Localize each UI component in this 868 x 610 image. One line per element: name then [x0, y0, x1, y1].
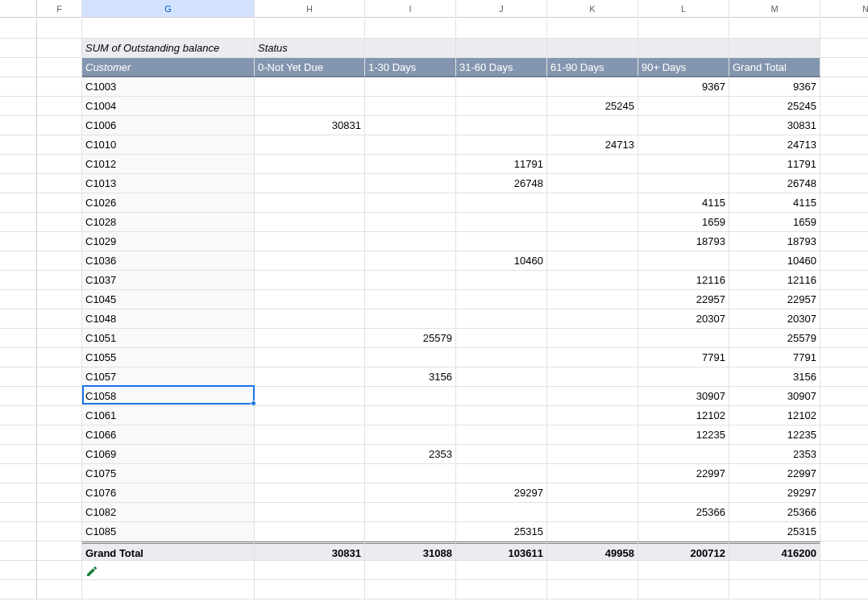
pivot-row-label[interactable]: C1082: [82, 503, 255, 522]
cell-blank[interactable]: [820, 77, 868, 97]
cell-blank[interactable]: [547, 580, 638, 600]
cell-blank[interactable]: [37, 580, 82, 600]
cell-blank[interactable]: [37, 58, 82, 77]
pivot-value-cell[interactable]: 22997: [729, 464, 820, 483]
pivot-col-header[interactable]: 31-60 Days: [456, 58, 547, 77]
pivot-row-label[interactable]: C1037: [82, 271, 255, 290]
cell-blank[interactable]: [820, 445, 868, 464]
pivot-value-cell[interactable]: [255, 367, 365, 387]
pivot-value-cell[interactable]: [547, 271, 638, 290]
pivot-row-label[interactable]: C1085: [82, 522, 255, 542]
pivot-col-header[interactable]: Grand Total: [729, 58, 820, 77]
spreadsheet-grid[interactable]: FGHIJKLMNSUM of Outstanding balanceStatu…: [0, 0, 868, 600]
pivot-value-cell[interactable]: [547, 174, 638, 193]
col-header-F[interactable]: F: [37, 0, 82, 18]
pivot-value-cell[interactable]: [547, 348, 638, 367]
cell-blank[interactable]: [820, 309, 868, 329]
pivot-value-cell[interactable]: [365, 425, 456, 445]
pivot-row-label[interactable]: C1057: [82, 367, 255, 387]
cell-blank[interactable]: [37, 367, 82, 387]
cell-blank[interactable]: [37, 77, 82, 97]
col-header-H[interactable]: H: [255, 0, 365, 18]
pivot-value-cell[interactable]: [365, 271, 456, 290]
pivot-value-cell[interactable]: 26748: [729, 174, 820, 193]
cell-blank[interactable]: [37, 290, 82, 309]
pivot-value-cell[interactable]: [456, 348, 547, 367]
cell-blank[interactable]: [820, 348, 868, 367]
pivot-value-cell[interactable]: [456, 425, 547, 445]
pivot-value-cell[interactable]: [638, 155, 729, 174]
pivot-row-label[interactable]: C1006: [82, 116, 255, 135]
pivot-value-cell[interactable]: [255, 387, 365, 406]
cell-blank[interactable]: [820, 580, 868, 600]
pivot-value-cell[interactable]: [547, 503, 638, 522]
cell-blank[interactable]: [820, 329, 868, 348]
cell-blank[interactable]: [820, 290, 868, 309]
pivot-edit-button[interactable]: [82, 561, 255, 580]
pivot-value-cell[interactable]: [365, 135, 456, 155]
pivot-value-cell[interactable]: 7791: [638, 348, 729, 367]
pivot-value-cell[interactable]: 25366: [638, 503, 729, 522]
pivot-row-label[interactable]: C1029: [82, 232, 255, 251]
cell-blank[interactable]: [255, 19, 365, 39]
cell-blank[interactable]: [37, 251, 82, 271]
col-header-M[interactable]: M: [729, 0, 820, 18]
cell-blank[interactable]: [820, 387, 868, 406]
cell-blank[interactable]: [37, 271, 82, 290]
pivot-value-cell[interactable]: [547, 387, 638, 406]
pivot-value-cell[interactable]: [547, 329, 638, 348]
pivot-row-dimension[interactable]: Customer: [82, 58, 255, 77]
pivot-value-cell[interactable]: 4115: [729, 193, 820, 213]
pivot-value-cell[interactable]: [547, 213, 638, 232]
pivot-row-label[interactable]: C1013: [82, 174, 255, 193]
cell-blank[interactable]: [820, 193, 868, 213]
pivot-value-cell[interactable]: 20307: [638, 309, 729, 329]
col-header-K[interactable]: K: [547, 0, 638, 18]
cell-blank[interactable]: [37, 464, 82, 483]
pivot-value-cell[interactable]: [365, 406, 456, 425]
cell-blank[interactable]: [37, 483, 82, 503]
cell-blank[interactable]: [820, 213, 868, 232]
pivot-value-cell[interactable]: [365, 483, 456, 503]
pivot-value-cell[interactable]: [547, 116, 638, 135]
cell-blank[interactable]: [37, 116, 82, 135]
pivot-value-cell[interactable]: [547, 425, 638, 445]
pivot-value-cell[interactable]: [365, 464, 456, 483]
cell-blank[interactable]: [820, 425, 868, 445]
cell-blank[interactable]: [37, 406, 82, 425]
pivot-value-cell[interactable]: [456, 445, 547, 464]
pivot-value-cell[interactable]: [255, 97, 365, 116]
col-header-J[interactable]: J: [456, 0, 547, 18]
pivot-value-cell[interactable]: 25579: [365, 329, 456, 348]
pivot-row-label[interactable]: C1028: [82, 213, 255, 232]
col-header-L[interactable]: L: [638, 0, 729, 18]
pivot-value-cell[interactable]: [365, 348, 456, 367]
cell-blank[interactable]: [37, 39, 82, 58]
cell-blank[interactable]: [820, 522, 868, 542]
cell-blank[interactable]: [37, 561, 82, 580]
cell-blank[interactable]: [37, 348, 82, 367]
pivot-value-cell[interactable]: [365, 174, 456, 193]
cell-blank[interactable]: [820, 135, 868, 155]
pivot-value-cell[interactable]: [547, 483, 638, 503]
pivot-value-cell[interactable]: 24713: [729, 135, 820, 155]
cell-blank[interactable]: [37, 97, 82, 116]
pivot-value-cell[interactable]: 22957: [638, 290, 729, 309]
pivot-value-cell[interactable]: 4115: [638, 193, 729, 213]
cell-blank[interactable]: [37, 213, 82, 232]
pivot-value-cell[interactable]: [255, 232, 365, 251]
pivot-value-cell[interactable]: 12102: [729, 406, 820, 425]
pivot-value-cell[interactable]: [255, 290, 365, 309]
pivot-value-cell[interactable]: [456, 464, 547, 483]
cell-blank[interactable]: [820, 483, 868, 503]
cell-blank[interactable]: [456, 580, 547, 600]
cell-blank[interactable]: [82, 19, 255, 39]
col-header-blank[interactable]: [0, 0, 37, 18]
pivot-value-cell[interactable]: [456, 406, 547, 425]
pivot-value-cell[interactable]: [365, 213, 456, 232]
pivot-value-cell[interactable]: [365, 309, 456, 329]
pivot-value-cell[interactable]: [365, 290, 456, 309]
cell-blank[interactable]: [365, 19, 456, 39]
pivot-value-cell[interactable]: 3156: [729, 367, 820, 387]
pivot-value-cell[interactable]: [365, 77, 456, 97]
